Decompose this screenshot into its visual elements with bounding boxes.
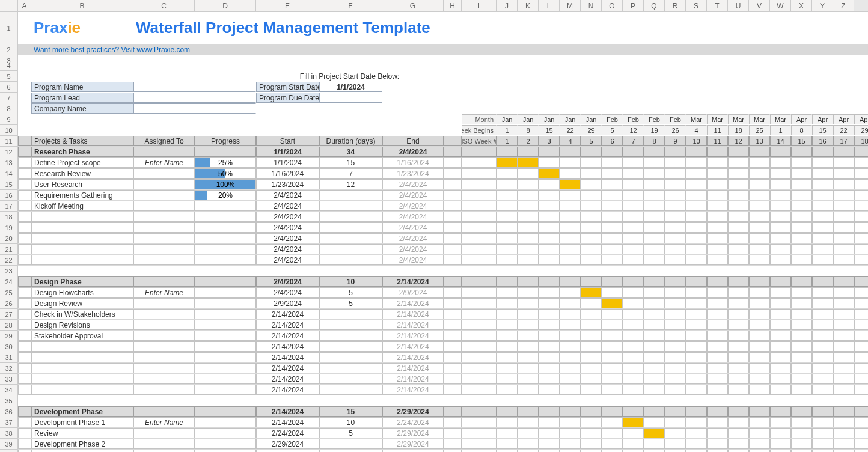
gantt-cell[interactable] — [686, 255, 707, 265]
gantt-cell[interactable] — [539, 157, 560, 168]
gantt-cell[interactable] — [812, 255, 833, 265]
gantt-cell[interactable] — [518, 147, 539, 157]
progress-cell[interactable] — [195, 374, 256, 384]
progress-cell[interactable]: 100% — [195, 179, 256, 189]
gantt-cell[interactable] — [749, 331, 770, 341]
task-end[interactable]: 2/29/2024 — [382, 450, 444, 452]
gantt-cell[interactable] — [665, 450, 686, 452]
task-name[interactable]: Development Phase 2 — [31, 439, 133, 449]
task-name[interactable] — [31, 244, 133, 254]
gantt-cell[interactable] — [539, 201, 560, 211]
gantt-cell[interactable] — [770, 385, 791, 395]
gantt-cell[interactable] — [581, 428, 602, 438]
gantt-cell[interactable] — [854, 428, 868, 438]
gantt-cell[interactable] — [644, 147, 665, 157]
gantt-header-cell[interactable]: 1 — [497, 125, 518, 135]
gantt-cell[interactable] — [665, 157, 686, 168]
column-header-F[interactable]: F — [319, 0, 382, 11]
column-header-Q[interactable]: Q — [644, 0, 665, 11]
gantt-cell[interactable] — [686, 309, 707, 319]
gantt-cell[interactable] — [791, 212, 812, 222]
gantt-cell[interactable] — [497, 374, 518, 384]
gantt-cell[interactable] — [833, 352, 854, 362]
gantt-cell[interactable] — [833, 168, 854, 179]
gantt-cell[interactable] — [665, 168, 686, 179]
gantt-cell[interactable] — [686, 363, 707, 373]
gantt-cell[interactable] — [497, 417, 518, 427]
gantt-cell[interactable] — [497, 276, 518, 287]
gantt-cell[interactable] — [812, 417, 833, 427]
gantt-cell[interactable] — [854, 385, 868, 395]
gantt-cell[interactable] — [707, 201, 728, 211]
gantt-cell[interactable] — [707, 298, 728, 308]
row-header-30[interactable]: 30 — [0, 341, 18, 352]
gantt-cell[interactable] — [854, 157, 868, 168]
gantt-cell[interactable] — [686, 168, 707, 179]
gantt-cell[interactable] — [728, 222, 749, 233]
task-end[interactable]: 2/4/2024 — [382, 233, 444, 243]
gantt-cell[interactable] — [497, 147, 518, 157]
gantt-cell[interactable] — [749, 309, 770, 319]
task-duration[interactable] — [319, 439, 382, 449]
gantt-cell[interactable] — [602, 147, 623, 157]
gantt-cell[interactable] — [518, 417, 539, 427]
gantt-cell[interactable] — [707, 385, 728, 395]
gantt-cell[interactable] — [623, 201, 644, 211]
gantt-header-cell[interactable]: 16 — [812, 136, 833, 146]
gantt-cell[interactable] — [749, 352, 770, 362]
gantt-cell[interactable] — [560, 363, 581, 373]
gantt-cell[interactable] — [602, 298, 623, 308]
gantt-cell[interactable] — [770, 168, 791, 179]
gantt-cell[interactable] — [707, 406, 728, 417]
progress-cell[interactable] — [195, 201, 256, 211]
column-header-N[interactable]: N — [581, 0, 602, 11]
gantt-header-cell[interactable]: 22 — [560, 125, 581, 135]
gantt-cell[interactable] — [665, 320, 686, 330]
task-name[interactable] — [31, 255, 133, 265]
column-header[interactable]: Projects & Tasks — [31, 136, 133, 146]
gantt-cell[interactable] — [602, 255, 623, 265]
gantt-cell[interactable] — [812, 450, 833, 452]
task-name[interactable] — [31, 222, 133, 233]
gantt-cell[interactable] — [623, 320, 644, 330]
task-start[interactable]: 2/14/2024 — [256, 341, 319, 352]
row-header-2[interactable]: 2 — [0, 44, 18, 55]
gantt-cell[interactable] — [518, 222, 539, 233]
gantt-cell[interactable] — [812, 222, 833, 233]
gantt-cell[interactable] — [686, 331, 707, 341]
gantt-cell[interactable] — [560, 201, 581, 211]
gantt-header-cell[interactable]: 13 — [749, 136, 770, 146]
task-end[interactable]: 2/4/2024 — [382, 255, 444, 265]
gantt-cell[interactable] — [518, 363, 539, 373]
gantt-cell[interactable] — [728, 450, 749, 452]
gantt-cell[interactable] — [665, 385, 686, 395]
gantt-cell[interactable] — [644, 439, 665, 449]
gantt-cell[interactable] — [812, 190, 833, 200]
gantt-cell[interactable] — [833, 385, 854, 395]
gantt-cell[interactable] — [686, 428, 707, 438]
gantt-cell[interactable] — [518, 374, 539, 384]
gantt-cell[interactable] — [623, 298, 644, 308]
task-name[interactable]: Stakeholder Approval — [31, 331, 133, 341]
gantt-cell[interactable] — [749, 179, 770, 189]
gantt-cell[interactable] — [707, 352, 728, 362]
gantt-cell[interactable] — [539, 298, 560, 308]
gantt-header-cell[interactable]: 29 — [581, 125, 602, 135]
gantt-cell[interactable] — [686, 374, 707, 384]
gantt-cell[interactable] — [497, 331, 518, 341]
assigned-to[interactable] — [133, 233, 195, 243]
gantt-header-cell[interactable]: 4 — [686, 125, 707, 135]
phase-duration[interactable]: 10 — [319, 276, 382, 287]
phase-end[interactable]: 2/29/2024 — [382, 406, 444, 417]
gantt-cell[interactable] — [518, 168, 539, 179]
gantt-cell[interactable] — [707, 276, 728, 287]
task-duration[interactable]: 5 — [319, 428, 382, 438]
gantt-cell[interactable] — [833, 439, 854, 449]
phase-name[interactable]: Development Phase — [31, 406, 133, 417]
gantt-cell[interactable] — [812, 244, 833, 254]
row-header-31[interactable]: 31 — [0, 352, 18, 363]
progress-cell[interactable] — [195, 331, 256, 341]
row-header-1[interactable]: 1 — [0, 12, 18, 44]
assigned-to[interactable] — [133, 212, 195, 222]
gantt-cell[interactable] — [623, 157, 644, 168]
